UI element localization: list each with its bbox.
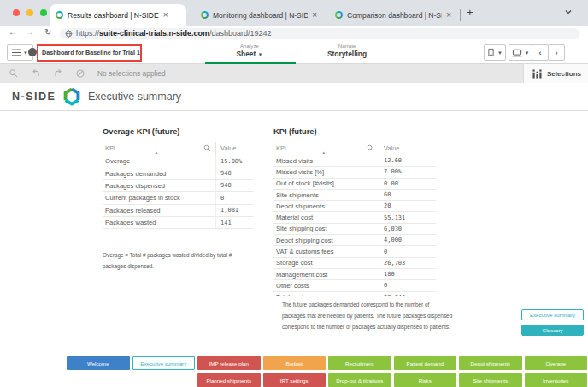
url-field[interactable]: https://suite-clinical-trials.n-side.com… (60, 28, 579, 39)
zoom-window-button[interactable] (40, 9, 47, 16)
kpi-cell: Total cost (273, 292, 379, 296)
kpi-cell: Site shipping cost (273, 224, 379, 234)
executive-summary-side-button[interactable]: Executive summary (521, 309, 584, 320)
value-cell: 20 (379, 201, 436, 211)
step-back-icon[interactable] (31, 68, 41, 79)
sheets-button[interactable]: ▼ (509, 44, 532, 61)
table-row[interactable]: Packages released 1,081 (103, 205, 253, 217)
browser-forward-icon[interactable]: → (26, 27, 34, 37)
table-row[interactable]: Storage cost 26,703 (273, 258, 436, 269)
tab-narrate-storytelling[interactable]: Narrate Storytelling (315, 43, 379, 58)
tab-list-chevron-down-icon[interactable] (564, 8, 573, 16)
sheet-nav-button[interactable]: Budget (263, 356, 326, 370)
table-row[interactable]: Site shipping cost 6,030 (273, 224, 436, 235)
close-tab-icon[interactable]: × (163, 11, 168, 20)
chevron-left-icon: ‹ (539, 49, 542, 57)
sheet-nav-button[interactable]: Depot shipments (459, 356, 522, 370)
app-info-icon[interactable] (28, 48, 37, 56)
sheet-nav-button[interactable]: IRT settings (263, 373, 326, 387)
table-body: Missed visits 12.60 Missed visits [%] 7.… (273, 155, 436, 296)
table-row[interactable]: Missed visits [%] 7.00% (273, 167, 436, 178)
tab-analyze-sheet[interactable]: Analyze Sheet ▼ (215, 43, 284, 58)
browser-tab-results[interactable]: Results dashboard | N-SIDE × (50, 4, 186, 26)
column-search-icon[interactable] (203, 144, 211, 152)
sheet-nav-button[interactable]: Overage (525, 356, 588, 370)
kpi-footnote: The future packages demanded correspond … (282, 299, 453, 332)
sheet-nav-button[interactable]: Recruitment (328, 356, 391, 370)
table-row[interactable]: Depot shipments 20 (273, 201, 436, 212)
previous-sheet-button[interactable]: ‹ (532, 44, 549, 61)
table-row[interactable]: Missed visits 12.60 (273, 155, 436, 167)
table-row[interactable]: Packages demanded 940 (103, 167, 253, 179)
glossary-side-button[interactable]: Glossary (521, 325, 584, 336)
sheet-nav-button[interactable]: Executive summary (132, 356, 196, 370)
bookmarks-button[interactable]: ▼ (484, 44, 506, 61)
dashboard-title[interactable]: Dashboard for Baseline for Trial 1 (42, 49, 140, 56)
table-row[interactable]: Packages dispensed 940 (103, 180, 253, 192)
kpi-cell: Packages dispensed (103, 180, 215, 191)
kpi-column-header[interactable]: KPI ▲ (103, 142, 215, 155)
sheet-nav-button[interactable]: Inventories (525, 373, 588, 387)
table-row[interactable]: Current packages in stock 0 (103, 192, 253, 204)
step-forward-icon[interactable] (53, 68, 63, 79)
sheet-header: N-SIDE Executive summary (0, 83, 588, 111)
browser-tab-monitoring[interactable]: Monitoring dashboard | N-SIDE × (195, 4, 323, 26)
kpi-column-header[interactable]: KPI ▲ (273, 142, 379, 155)
hamburger-icon (12, 52, 21, 54)
clear-selections-icon[interactable] (75, 68, 85, 79)
browser-back-icon[interactable]: ← (9, 27, 17, 37)
nside-hexagon-logo-icon (62, 87, 81, 106)
sheet-nav-button[interactable]: Site shipments (459, 373, 522, 387)
value-cell: 4,000 (379, 235, 436, 245)
close-tab-icon[interactable]: × (446, 11, 451, 20)
value-column-header[interactable]: Value (379, 142, 436, 155)
smart-search-icon[interactable] (9, 68, 19, 79)
table-row[interactable]: Management cost 180 (273, 269, 436, 280)
kpi-cell: Depot shipping cost (273, 235, 379, 245)
page-title: Executive summary (88, 91, 181, 103)
table-row[interactable]: Depot shipping cost 4,000 (273, 235, 436, 246)
table-row[interactable]: Material cost 55,131 (273, 212, 436, 223)
sheet-nav-button[interactable]: Planned shipments (197, 373, 261, 387)
table-row[interactable]: Total cost 92,044 (273, 292, 436, 296)
close-tab-icon[interactable]: × (312, 11, 317, 20)
table-row[interactable]: Overage 15.00% (103, 155, 253, 167)
table-row[interactable]: Other costs 0 (273, 280, 436, 291)
selections-tool-button[interactable]: Selections (523, 64, 588, 83)
table-title: KPI (future) (273, 127, 436, 136)
nside-favicon-icon (335, 11, 343, 19)
chevron-down-icon: ▼ (525, 50, 530, 56)
new-tab-button[interactable]: + (467, 6, 473, 19)
chevron-right-icon: › (556, 49, 558, 57)
sheet-nav-button[interactable]: IMP release plan (197, 356, 261, 370)
kpi-cell: Overage (103, 155, 215, 167)
nside-favicon-icon (56, 11, 63, 19)
minimize-window-button[interactable] (26, 9, 33, 16)
sheet-nav-button[interactable]: Drop-out & titrations (328, 373, 391, 387)
table-row[interactable]: Site shipments 60 (273, 190, 436, 201)
browser-reload-icon[interactable]: ↻ (44, 27, 51, 37)
sheet-nav-button[interactable]: Patient demand (394, 356, 457, 370)
close-window-button[interactable] (13, 9, 20, 16)
table-row[interactable]: VAT & customs fees 0 (273, 246, 436, 257)
value-column-header[interactable]: Value (215, 142, 253, 155)
kpi-cell: Missed visits (273, 155, 379, 166)
overage-kpi-table: Overage KPI (future) KPI ▲ Value Overage… (103, 127, 253, 229)
value-cell: 12.60 (379, 155, 436, 166)
value-cell: 0.00 (379, 179, 436, 189)
value-cell: 6,030 (379, 224, 436, 234)
selections-message: No selections applied (97, 69, 166, 78)
sheet-nav-button[interactable]: Risks (394, 373, 457, 387)
browser-tab-comparison[interactable]: Comparison dashboard | N-SID × (329, 4, 457, 26)
globe-icon (65, 30, 73, 38)
column-search-icon[interactable] (367, 144, 374, 152)
kpi-cell: Site shipments (273, 190, 379, 200)
tab-title: Comparison dashboard | N-SID (347, 11, 442, 20)
table-row[interactable]: Out of stock [#visits] 0.00 (273, 179, 436, 190)
kpi-cell: Other costs (273, 280, 379, 290)
table-row[interactable]: Packages wasted 141 (103, 217, 253, 229)
sheet-nav-button[interactable]: Welcome (67, 356, 130, 370)
value-cell: 26,703 (379, 258, 436, 268)
next-sheet-button[interactable]: › (548, 44, 565, 61)
value-cell: 92,044 (379, 292, 436, 296)
